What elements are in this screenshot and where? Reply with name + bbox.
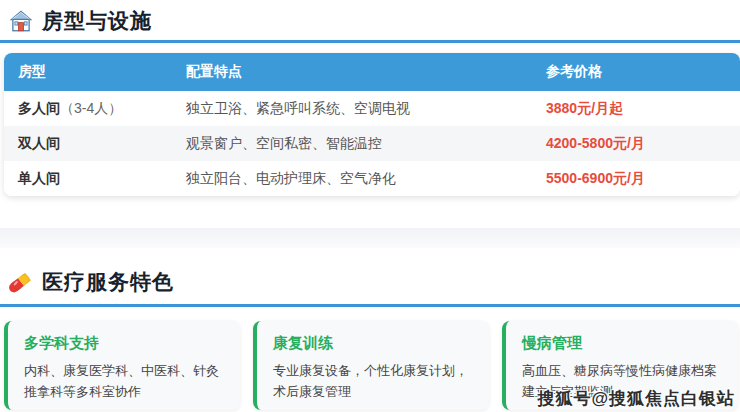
section-rooms-title: 房型与设施 — [42, 7, 152, 35]
cell-room-type: 多人间（3-4人） — [4, 91, 186, 126]
rooms-table-card: 房型 配置特点 参考价格 多人间（3-4人） 独立卫浴、紧急呼叫系统、空调电视 … — [4, 53, 740, 196]
table-header-row: 房型 配置特点 参考价格 — [4, 53, 740, 91]
cell-features: 观景窗户、空间私密、智能温控 — [186, 126, 546, 161]
table-row: 单人间 独立阳台、电动护理床、空气净化 5500-6900元/月 — [4, 161, 740, 196]
card-title: 慢病管理 — [522, 334, 724, 353]
header-cell-room-type: 房型 — [4, 53, 186, 91]
room-capacity-note: （3-4人） — [60, 100, 122, 116]
section-rooms-divider — [0, 40, 740, 43]
table-row: 多人间（3-4人） 独立卫浴、紧急呼叫系统、空调电视 3880元/月起 — [4, 91, 740, 126]
section-rooms-header: 房型与设施 — [8, 7, 152, 35]
card-title: 康复训练 — [273, 334, 475, 353]
cell-room-type: 单人间 — [4, 161, 186, 196]
cell-features: 独立卫浴、紧急呼叫系统、空调电视 — [186, 91, 546, 126]
table-row: 双人间 观景窗户、空间私密、智能温控 4200-5800元/月 — [4, 126, 740, 161]
feature-card-multidisciplinary: 多学科支持 内科、康复医学科、中医科、针灸推拿科等多科室协作 — [4, 321, 240, 410]
cell-price: 4200-5800元/月 — [546, 126, 740, 161]
cell-price: 3880元/月起 — [546, 91, 740, 126]
rooms-table: 房型 配置特点 参考价格 多人间（3-4人） 独立卫浴、紧急呼叫系统、空调电视 … — [4, 53, 740, 196]
divider-strip — [0, 228, 740, 248]
house-icon — [8, 8, 34, 34]
card-desc: 专业康复设备，个性化康复计划，术后康复管理 — [273, 360, 475, 402]
card-title: 多学科支持 — [24, 334, 226, 353]
section-medical-divider — [0, 304, 740, 307]
section-medical-title: 医疗服务特色 — [42, 268, 174, 296]
header-cell-features: 配置特点 — [186, 53, 546, 91]
feature-card-rehab: 康复训练 专业康复设备，个性化康复计划，术后康复管理 — [253, 321, 489, 410]
cell-room-type: 双人间 — [4, 126, 186, 161]
cell-price: 5500-6900元/月 — [546, 161, 740, 196]
card-desc: 内科、康复医学科、中医科、针灸推拿科等多科室协作 — [24, 360, 226, 402]
section-medical-header: 医疗服务特色 — [8, 268, 174, 296]
article-page: 房型与设施 房型 配置特点 参考价格 多人间（3-4人） 独立卫浴、紧急呼叫系统… — [0, 0, 740, 412]
header-cell-price: 参考价格 — [546, 53, 740, 91]
cell-features: 独立阳台、电动护理床、空气净化 — [186, 161, 546, 196]
pill-icon — [8, 269, 34, 295]
watermark-text: 搜狐号@搜狐焦点白银站 — [537, 387, 735, 410]
